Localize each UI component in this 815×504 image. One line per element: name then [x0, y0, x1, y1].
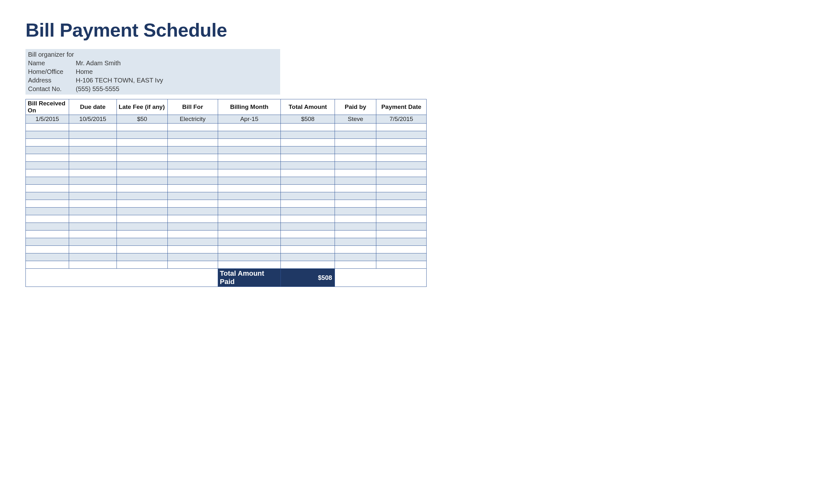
page-title: Bill Payment Schedule	[25, 19, 790, 41]
table-cell	[335, 231, 376, 238]
table-cell	[26, 169, 69, 177]
table-cell	[69, 185, 117, 192]
table-cell	[69, 192, 117, 200]
table-row	[26, 208, 427, 215]
footer-gap	[26, 269, 218, 287]
table-cell	[26, 139, 69, 146]
table-cell	[281, 124, 335, 131]
table-cell	[376, 246, 427, 253]
table-cell	[281, 246, 335, 253]
table-header-row: Bill Received On Due date Late Fee (if a…	[26, 99, 427, 115]
table-cell	[117, 238, 167, 246]
table-cell	[376, 215, 427, 223]
table-cell	[281, 223, 335, 231]
table-cell	[335, 169, 376, 177]
table-cell	[26, 253, 69, 261]
table-cell	[376, 124, 427, 131]
table-cell	[335, 177, 376, 185]
table-cell	[335, 223, 376, 231]
table-cell	[26, 192, 69, 200]
table-cell	[167, 246, 218, 253]
col-bill-received: Bill Received On	[26, 99, 69, 115]
table-cell	[26, 231, 69, 238]
table-row: 1/5/201510/5/2015$50ElectricityApr-15$50…	[26, 115, 427, 124]
table-cell	[218, 231, 281, 238]
table-cell	[117, 200, 167, 208]
table-cell	[69, 146, 117, 154]
table-cell	[218, 162, 281, 169]
table-cell	[117, 231, 167, 238]
table-cell: 7/5/2015	[376, 115, 427, 124]
table-cell	[281, 261, 335, 269]
table-cell	[69, 246, 117, 253]
col-billing-month: Billing Month	[218, 99, 281, 115]
table-cell	[218, 185, 281, 192]
table-cell	[69, 238, 117, 246]
table-cell	[26, 246, 69, 253]
table-cell	[69, 208, 117, 215]
table-cell	[167, 162, 218, 169]
col-payment-date: Payment Date	[376, 99, 427, 115]
table-cell	[376, 177, 427, 185]
table-cell	[281, 208, 335, 215]
table-cell	[26, 185, 69, 192]
info-value-name: Mr. Adam Smith	[76, 59, 278, 67]
table-row	[26, 238, 427, 246]
table-cell	[376, 253, 427, 261]
table-cell	[69, 231, 117, 238]
table-cell	[69, 223, 117, 231]
table-cell	[335, 238, 376, 246]
table-cell	[281, 215, 335, 223]
info-value-contact: (555) 555-5555	[76, 85, 278, 93]
table-cell	[69, 200, 117, 208]
info-label-home-office: Home/Office	[28, 67, 76, 76]
col-paid-by: Paid by	[335, 99, 376, 115]
table-cell	[281, 162, 335, 169]
table-cell	[335, 215, 376, 223]
table-cell	[117, 246, 167, 253]
table-cell	[26, 146, 69, 154]
table-cell	[218, 131, 281, 139]
organizer-info-block: Bill organizer for Name Mr. Adam Smith H…	[25, 49, 280, 95]
table-cell	[117, 253, 167, 261]
info-heading: Bill organizer for	[28, 50, 76, 59]
table-cell	[117, 162, 167, 169]
table-cell	[335, 162, 376, 169]
table-row	[26, 177, 427, 185]
table-row	[26, 200, 427, 208]
info-label-name: Name	[28, 59, 76, 67]
table-cell	[281, 131, 335, 139]
table-cell	[167, 131, 218, 139]
table-row	[26, 231, 427, 238]
table-cell	[69, 177, 117, 185]
table-cell	[117, 261, 167, 269]
table-cell	[69, 261, 117, 269]
table-cell	[376, 185, 427, 192]
table-cell	[167, 238, 218, 246]
table-cell	[376, 146, 427, 154]
table-cell	[335, 253, 376, 261]
table-cell	[218, 261, 281, 269]
info-label-address: Address	[28, 76, 76, 85]
table-cell: Electricity	[167, 115, 218, 124]
table-row	[26, 169, 427, 177]
table-cell	[26, 215, 69, 223]
table-cell	[167, 215, 218, 223]
table-cell	[376, 238, 427, 246]
table-cell: Apr-15	[218, 115, 281, 124]
table-cell: 1/5/2015	[26, 115, 69, 124]
table-cell	[26, 154, 69, 162]
table-cell	[218, 253, 281, 261]
table-row	[26, 162, 427, 169]
table-cell	[218, 169, 281, 177]
table-cell: Steve	[335, 115, 376, 124]
table-cell	[117, 154, 167, 162]
table-cell	[218, 246, 281, 253]
table-cell	[69, 169, 117, 177]
table-cell	[218, 215, 281, 223]
table-cell	[167, 169, 218, 177]
table-cell	[335, 139, 376, 146]
table-cell	[69, 154, 117, 162]
table-cell	[69, 253, 117, 261]
schedule-table: Bill Received On Due date Late Fee (if a…	[25, 99, 427, 287]
